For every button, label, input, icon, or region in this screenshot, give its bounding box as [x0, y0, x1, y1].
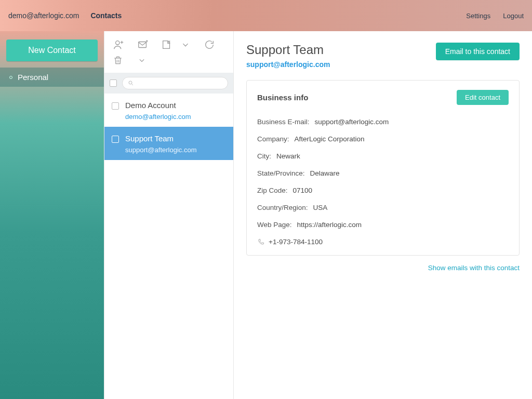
edit-contact-button[interactable]: Edit contact: [457, 90, 509, 105]
field-value: Delaware: [310, 169, 340, 177]
search-row: [104, 73, 233, 94]
field-web: Web Page: https://afterlogic.com: [257, 216, 509, 233]
detail-email[interactable]: support@afterlogic.com: [246, 60, 330, 69]
field-label: City:: [257, 152, 271, 160]
header: demo@afterlogic.com Contacts Settings Lo…: [0, 0, 532, 31]
detail-panel: Support Team support@afterlogic.com Emai…: [234, 31, 532, 399]
contact-list-column: Demo Account demo@afterlogic.com Support…: [104, 31, 234, 399]
list-toolbar: [104, 31, 233, 55]
refresh-icon[interactable]: [203, 38, 216, 51]
show-emails-link[interactable]: Show emails with this contact: [428, 264, 520, 272]
card-title: Business info: [257, 93, 308, 102]
header-left: demo@afterlogic.com Contacts: [8, 11, 122, 20]
sidebar: New Contact Personal: [0, 31, 104, 399]
contact-email: support@afterlogic.com: [125, 146, 196, 154]
field-value: support@afterlogic.com: [315, 118, 389, 126]
field-country: Country/Region: USA: [257, 199, 509, 216]
list-item[interactable]: Support Team support@afterlogic.com: [104, 127, 233, 160]
business-info-card: Business info Edit contact Business E-ma…: [246, 80, 520, 256]
field-value: Newark: [276, 152, 300, 160]
field-label: Web Page:: [257, 221, 292, 229]
contact-name: Demo Account: [125, 101, 191, 110]
compose-icon[interactable]: [137, 38, 149, 51]
field-label: State/Province:: [257, 169, 305, 177]
field-label: Company:: [257, 135, 289, 143]
row-checkbox[interactable]: [112, 102, 119, 110]
list-toolbar-row2: [104, 55, 233, 73]
import-icon[interactable]: [161, 38, 173, 51]
field-city: City: Newark: [257, 148, 509, 165]
account-email[interactable]: demo@afterlogic.com: [8, 11, 79, 20]
phone-icon: [257, 238, 264, 246]
show-emails-row: Show emails with this contact: [246, 263, 520, 272]
add-contact-icon[interactable]: [113, 38, 125, 51]
detail-title-block: Support Team support@afterlogic.com: [246, 43, 330, 69]
field-phone: +1-973-784-1100: [257, 233, 509, 246]
svg-rect-1: [139, 42, 147, 48]
trash-icon[interactable]: [113, 55, 125, 68]
logout-link[interactable]: Logout: [503, 12, 524, 20]
svg-point-2: [129, 81, 132, 84]
detail-header: Support Team support@afterlogic.com Emai…: [246, 43, 520, 69]
field-value: AfterLogic Corporation: [295, 135, 365, 143]
field-company: Company: AfterLogic Corporation: [257, 130, 509, 148]
phone-value: +1-973-784-1100: [269, 238, 323, 246]
header-right: Settings Logout: [466, 12, 524, 20]
field-value: 07100: [293, 187, 313, 194]
search-icon: [128, 80, 134, 86]
sidebar-item-personal[interactable]: Personal: [0, 68, 104, 87]
field-value: https://afterlogic.com: [297, 221, 362, 229]
field-label: Country/Region:: [257, 204, 308, 211]
contact-name: Support Team: [125, 134, 196, 143]
row-text: Demo Account demo@afterlogic.com: [125, 101, 191, 121]
row-text: Support Team support@afterlogic.com: [125, 134, 196, 154]
search-input[interactable]: [137, 79, 222, 87]
bullet-icon: [9, 76, 12, 79]
dropdown-icon[interactable]: [179, 38, 192, 51]
card-header: Business info Edit contact: [257, 90, 509, 105]
select-all-checkbox[interactable]: [110, 79, 117, 87]
field-value: USA: [313, 204, 328, 211]
field-label: Zip Code:: [257, 187, 288, 194]
contact-email: demo@afterlogic.com: [125, 113, 191, 121]
main: New Contact Personal: [0, 31, 532, 399]
tab-contacts[interactable]: Contacts: [90, 11, 122, 20]
sidebar-item-label: Personal: [18, 73, 48, 82]
settings-link[interactable]: Settings: [466, 12, 490, 20]
field-zip: Zip Code: 07100: [257, 182, 509, 199]
new-contact-button[interactable]: New Contact: [6, 39, 98, 61]
field-state: State/Province: Delaware: [257, 165, 509, 182]
svg-point-0: [116, 41, 119, 45]
field-business-email: Business E-mail: support@afterlogic.com: [257, 113, 509, 130]
email-contact-button[interactable]: Email to this contact: [436, 43, 520, 60]
more-dropdown-icon[interactable]: [137, 55, 149, 68]
row-checkbox[interactable]: [112, 136, 119, 143]
search-box[interactable]: [122, 77, 228, 89]
page-title: Support Team: [246, 43, 330, 57]
field-label: Business E-mail:: [257, 118, 310, 126]
list-item[interactable]: Demo Account demo@afterlogic.com: [104, 94, 233, 127]
